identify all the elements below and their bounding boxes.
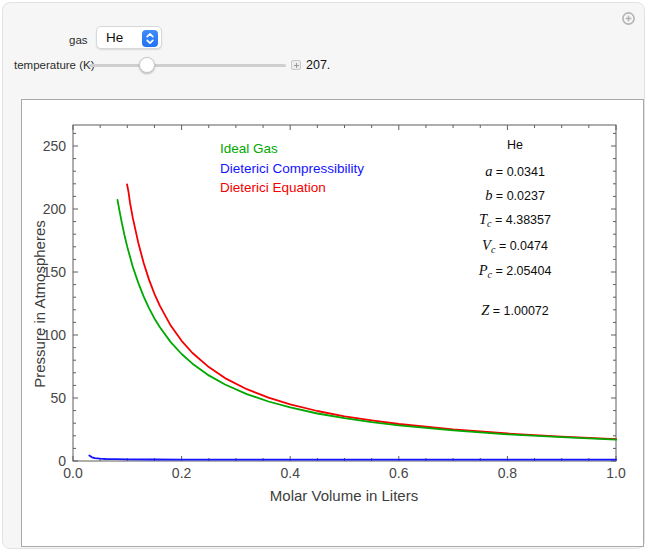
svg-text:0.2: 0.2 [172,465,192,481]
param-row: Tc = 4.38357 [479,211,551,230]
svg-text:50: 50 [50,390,66,406]
param-row: a = 0.0341 [485,163,545,180]
param-row: Vc = 0.0474 [482,237,548,256]
y-axis-label: Pressure in Atmospheres [31,220,48,388]
svg-text:250: 250 [43,138,67,154]
temperature-slider[interactable] [89,57,286,73]
gas-name-annotation: He [507,138,523,152]
svg-text:200: 200 [43,201,67,217]
svg-text:0.4: 0.4 [280,465,300,481]
temperature-label: temperature (K) [14,59,95,71]
gas-dropdown-value: He [106,30,123,45]
chevron-up-down-icon [142,30,158,47]
expand-plus-icon[interactable] [622,11,635,24]
demonstration-panel: gas He temperature (K) 207. 0.00.20.40.6… [2,2,645,549]
svg-text:0.8: 0.8 [498,465,518,481]
plot-legend: Ideal GasDieterici CompressibilityDieter… [220,141,364,200]
svg-text:1.0: 1.0 [606,465,626,481]
svg-text:0: 0 [58,453,66,469]
stepper-plus-icon[interactable] [291,60,301,70]
gas-dropdown[interactable]: He [96,26,162,49]
legend-item: Ideal Gas [220,141,364,161]
param-row: Z = 1.00072 [481,302,549,319]
temperature-value: 207. [306,58,330,72]
svg-text:0.0: 0.0 [63,465,83,481]
x-axis-label: Molar Volume in Liters [270,487,418,504]
plot-pane: 0.00.20.40.60.81.0050100150200250 Pressu… [21,99,644,547]
param-row: b = 0.0237 [485,187,545,204]
param-row: Pc = 2.05404 [479,262,552,281]
slider-thumb[interactable] [139,57,155,73]
legend-item: Dieterici Equation [220,180,364,200]
slider-track[interactable] [89,64,286,67]
legend-item: Dieterici Compressibility [220,161,364,181]
svg-text:0.6: 0.6 [389,465,409,481]
gas-label: gas [69,34,88,46]
